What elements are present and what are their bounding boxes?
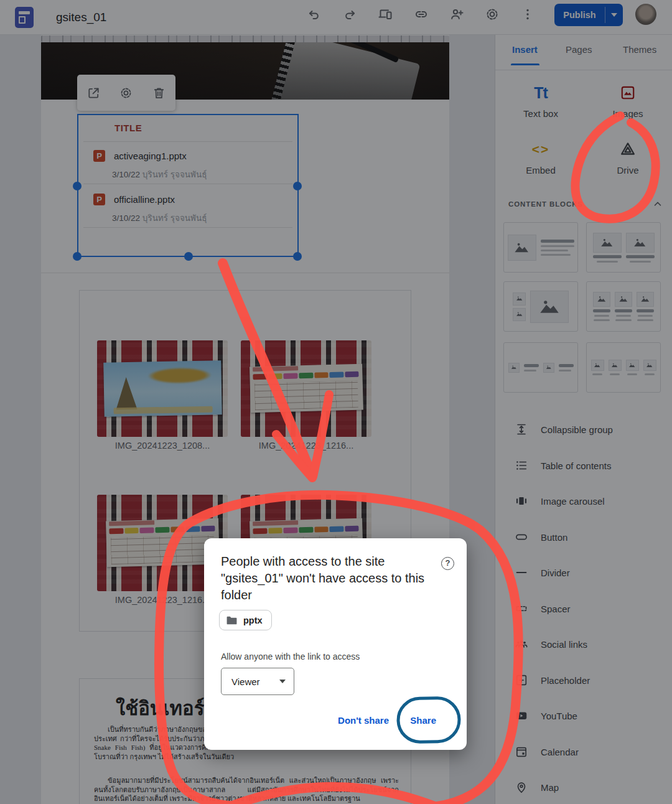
folder-icon	[226, 615, 238, 625]
select-caret-icon	[279, 680, 286, 683]
folder-chip[interactable]: pptx	[219, 610, 272, 630]
share-button[interactable]: Share	[410, 711, 436, 730]
share-folder-dialog: People with access to the site "gsites_0…	[204, 538, 467, 750]
folder-name: pptx	[243, 615, 263, 625]
dialog-title: People with access to the site "gsites_0…	[221, 553, 431, 604]
google-sites-editor: gsites_01 Publish	[0, 0, 672, 804]
dont-share-button[interactable]: Don't share	[338, 711, 389, 730]
role-value: Viewer	[231, 676, 279, 687]
help-icon[interactable]: ?	[441, 557, 454, 570]
role-select[interactable]: Viewer	[221, 668, 294, 695]
access-label: Allow anyone with the link to access	[221, 652, 360, 661]
